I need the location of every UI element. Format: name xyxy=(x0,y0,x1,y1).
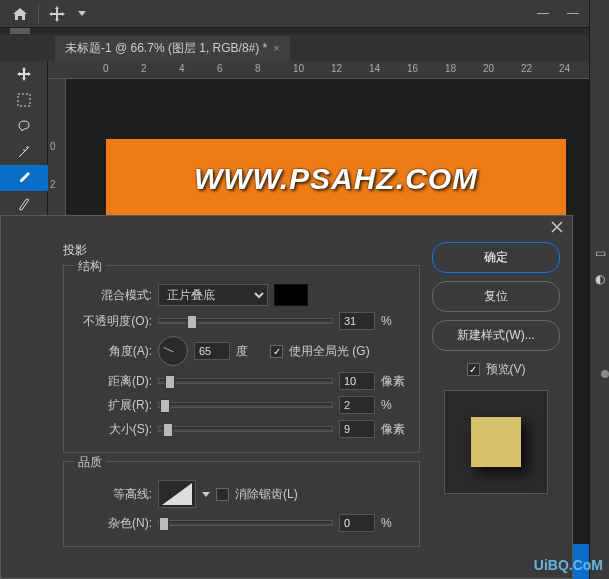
panel-icon-2[interactable]: ◐ xyxy=(590,266,609,292)
size-row: 大小(S): 像素 xyxy=(74,420,409,438)
styles-list-stub xyxy=(11,242,53,574)
size-unit: 像素 xyxy=(381,421,409,438)
lasso-tool[interactable] xyxy=(0,113,48,139)
canvas[interactable]: WWW.PSAHZ.COM xyxy=(106,139,566,219)
blend-mode-label: 混合模式: xyxy=(74,287,152,304)
angle-dial[interactable] xyxy=(158,336,188,366)
close-icon[interactable] xyxy=(548,218,566,236)
reset-button[interactable]: 复位 xyxy=(432,281,560,312)
angle-unit: 度 xyxy=(236,343,264,360)
document-tab[interactable]: 未标题-1 @ 66.7% (图层 1, RGB/8#) * × xyxy=(55,36,290,61)
preview-thumbnail xyxy=(444,390,548,494)
quality-legend: 品质 xyxy=(74,454,106,471)
ok-button[interactable]: 确定 xyxy=(432,242,560,273)
app-toolbar xyxy=(0,0,609,28)
marquee-tool[interactable] xyxy=(0,87,48,113)
opacity-row: 不透明度(O): % xyxy=(74,312,409,330)
new-style-button[interactable]: 新建样式(W)... xyxy=(432,320,560,351)
distance-unit: 像素 xyxy=(381,373,409,390)
blend-mode-select[interactable]: 正片叠底 xyxy=(158,284,268,306)
watermark: UiBQ.CoM xyxy=(534,557,603,573)
dialog-content: 投影 结构 混合模式: 正片叠底 不透明度(O): % 角 xyxy=(63,242,420,574)
opacity-slider[interactable] xyxy=(158,318,333,324)
tab-title: 未标题-1 @ 66.7% (图层 1, RGB/8#) * xyxy=(65,40,267,57)
close-tab-icon[interactable]: × xyxy=(273,42,279,54)
panel-knob xyxy=(601,370,609,378)
chevron-down-icon[interactable] xyxy=(75,2,89,26)
window-controls: — — xyxy=(537,6,579,20)
opacity-label: 不透明度(O): xyxy=(74,313,152,330)
antialias-label: 消除锯齿(L) xyxy=(235,486,298,503)
home-icon[interactable] xyxy=(6,2,34,26)
spread-row: 扩展(R): % xyxy=(74,396,409,414)
opacity-input[interactable] xyxy=(339,312,375,330)
noise-unit: % xyxy=(381,516,409,530)
move-tool[interactable] xyxy=(0,61,48,87)
global-light-label: 使用全局光 (G) xyxy=(289,343,370,360)
structure-legend: 结构 xyxy=(74,258,106,275)
dialog-buttons: 确定 复位 新建样式(W)... 预览(V) xyxy=(430,242,562,574)
angle-label: 角度(A): xyxy=(74,343,152,360)
distance-slider[interactable] xyxy=(158,378,333,384)
opacity-unit: % xyxy=(381,314,409,328)
layer-style-dialog: 投影 结构 混合模式: 正片叠底 不透明度(O): % 角 xyxy=(0,215,573,579)
spread-slider[interactable] xyxy=(158,402,333,408)
canvas-text: WWW.PSAHZ.COM xyxy=(194,162,478,196)
contour-label: 等高线: xyxy=(74,486,152,503)
noise-slider[interactable] xyxy=(158,520,333,526)
preview-label: 预览(V) xyxy=(486,361,526,378)
wand-tool[interactable] xyxy=(0,139,48,165)
size-label: 大小(S): xyxy=(74,421,152,438)
right-panel-strip: ▭ ◐ xyxy=(589,0,609,579)
contour-picker[interactable] xyxy=(158,480,196,508)
angle-row: 角度(A): 度 使用全局光 (G) xyxy=(74,336,409,366)
spread-unit: % xyxy=(381,398,409,412)
size-slider[interactable] xyxy=(158,426,333,432)
distance-input[interactable] xyxy=(339,372,375,390)
angle-input[interactable] xyxy=(194,342,230,360)
shadow-color-swatch[interactable] xyxy=(274,284,308,306)
eyedropper-tool[interactable] xyxy=(0,165,48,191)
noise-row: 杂色(N): % xyxy=(74,514,409,532)
chevron-down-icon[interactable] xyxy=(202,492,210,497)
quality-group: 品质 等高线: 消除锯齿(L) 杂色(N): % xyxy=(63,461,420,547)
contour-row: 等高线: 消除锯齿(L) xyxy=(74,480,409,508)
noise-input[interactable] xyxy=(339,514,375,532)
distance-label: 距离(D): xyxy=(74,373,152,390)
panel-icon-1[interactable]: ▭ xyxy=(590,240,609,266)
options-bar xyxy=(0,28,609,35)
ruler-horizontal: 0 2 4 6 8 10 12 14 16 18 20 22 24 xyxy=(48,61,609,79)
brush-tool[interactable] xyxy=(0,191,48,217)
structure-group: 结构 混合模式: 正片叠底 不透明度(O): % 角度(A): xyxy=(63,265,420,453)
dialog-titlebar xyxy=(1,216,572,238)
svg-rect-0 xyxy=(18,94,30,106)
spread-input[interactable] xyxy=(339,396,375,414)
document-tabs: 未标题-1 @ 66.7% (图层 1, RGB/8#) * × xyxy=(0,35,609,61)
move-tool-icon[interactable] xyxy=(43,2,71,26)
close-app-icon[interactable]: — xyxy=(567,6,579,20)
noise-label: 杂色(N): xyxy=(74,515,152,532)
global-light-checkbox[interactable] xyxy=(270,345,283,358)
minimize-icon[interactable]: — xyxy=(537,6,549,20)
spread-label: 扩展(R): xyxy=(74,397,152,414)
antialias-checkbox[interactable] xyxy=(216,488,229,501)
size-input[interactable] xyxy=(339,420,375,438)
blend-mode-row: 混合模式: 正片叠底 xyxy=(74,284,409,306)
distance-row: 距离(D): 像素 xyxy=(74,372,409,390)
preview-checkbox[interactable] xyxy=(467,363,480,376)
section-title: 投影 xyxy=(63,242,420,259)
